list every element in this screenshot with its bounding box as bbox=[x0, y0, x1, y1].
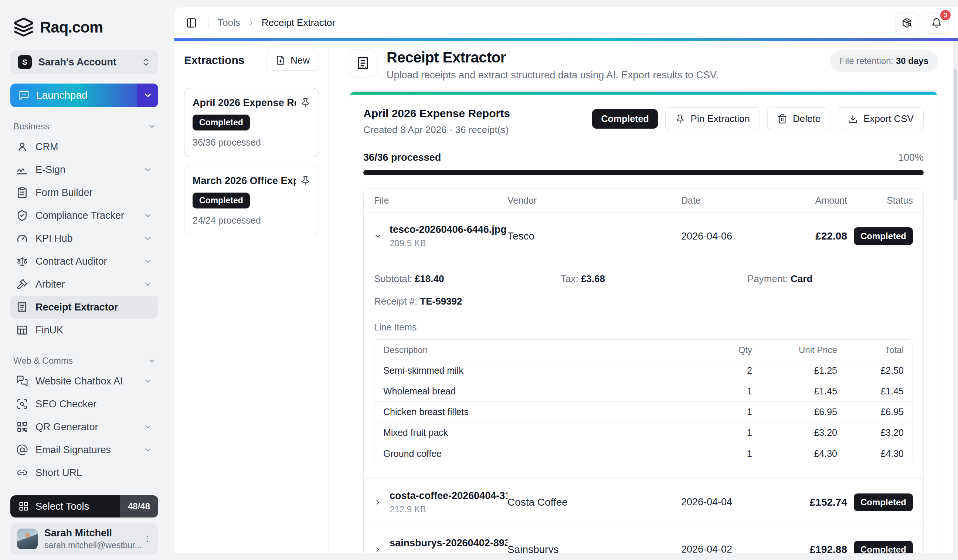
chevron-down-icon[interactable] bbox=[374, 233, 381, 240]
chevron-right-icon[interactable] bbox=[374, 546, 381, 553]
sidebar-item-email-signatures[interactable]: Email Signatures bbox=[10, 438, 158, 461]
section-business[interactable]: Business bbox=[13, 121, 156, 132]
sidebar-item-label: KPI Hub bbox=[35, 233, 73, 244]
sidebar-item-label: Contract Auditor bbox=[35, 256, 107, 267]
at-sign-icon bbox=[16, 444, 28, 456]
divider bbox=[174, 79, 328, 79]
col-status: Status bbox=[847, 195, 913, 206]
scrollbar-track[interactable] bbox=[953, 41, 958, 553]
chevrons-up-down-icon bbox=[141, 57, 151, 67]
scrollbar-thumb[interactable] bbox=[953, 69, 957, 200]
section-web-comms[interactable]: Web & Comms bbox=[13, 355, 156, 366]
sidebar-item-short-url[interactable]: Short URL bbox=[10, 461, 158, 484]
receipt-number: Receipt #: TE-59392 bbox=[374, 296, 462, 307]
sidebar-item-website-chatbox-ai[interactable]: Website Chatbox AI bbox=[10, 370, 158, 393]
chevron-down-icon bbox=[143, 90, 153, 100]
more-vertical-icon[interactable] bbox=[143, 534, 152, 544]
launchpad-expand-button[interactable] bbox=[137, 84, 158, 107]
vendor: Tesco bbox=[508, 230, 681, 242]
vendor: Sainsburys bbox=[508, 544, 681, 554]
sidebar-item-qr-generator[interactable]: QR Generator bbox=[10, 416, 158, 438]
account-label: Sarah's Account bbox=[38, 57, 116, 68]
sidebar-item-compliance-tracker[interactable]: Compliance Tracker bbox=[10, 204, 158, 227]
sidebar-item-seo-checker[interactable]: SEO Checker bbox=[10, 393, 158, 416]
line-items-header: Description Qty Unit Price Total bbox=[374, 340, 912, 360]
extraction-meta: Created 8 Apr 2026 · 36 receipt(s) bbox=[363, 124, 510, 136]
pin-icon bbox=[675, 114, 685, 124]
package-search-button[interactable] bbox=[895, 12, 919, 33]
retention-label: File retention: bbox=[840, 56, 893, 66]
table-row[interactable]: costa-coffee-20260404-3135.pdf 212.9 KB … bbox=[364, 479, 923, 526]
sidebar-item-label: SEO Checker bbox=[35, 398, 97, 410]
trash-icon bbox=[777, 114, 787, 124]
sidebar-item-form-builder[interactable]: Form Builder bbox=[10, 181, 158, 204]
date: 2026-04-04 bbox=[681, 497, 777, 508]
sidebar-item-kpi-hub[interactable]: KPI Hub bbox=[10, 227, 158, 250]
user-name: Sarah Mitchell bbox=[44, 527, 136, 539]
sidebar-item-crm[interactable]: CRM bbox=[10, 135, 158, 158]
file-size: 209.5 KB bbox=[390, 238, 507, 248]
page-title: Receipt Extractor bbox=[387, 49, 830, 66]
chevron-down-icon bbox=[148, 122, 156, 130]
avatar bbox=[17, 528, 38, 549]
status-badge: Completed bbox=[193, 193, 250, 208]
progress-bar bbox=[363, 170, 924, 175]
sidebar-item-label: FinUK bbox=[35, 325, 63, 336]
sidebar-item-contract-auditor[interactable]: Contract Auditor bbox=[10, 250, 158, 273]
sidebar-item-receipt-extractor[interactable]: Receipt Extractor bbox=[10, 296, 158, 319]
file-size: 213.0 KB bbox=[390, 552, 508, 554]
sidebar-toggle-button[interactable] bbox=[183, 15, 200, 31]
delete-button[interactable]: Delete bbox=[767, 107, 831, 130]
amount: £152.74 bbox=[777, 497, 847, 508]
export-csv-button[interactable]: Export CSV bbox=[838, 107, 924, 130]
pin-extraction-button[interactable]: Pin Extraction bbox=[665, 107, 760, 130]
new-button-label: New bbox=[290, 55, 310, 66]
pin-icon[interactable] bbox=[300, 97, 311, 107]
notifications-button[interactable]: 3 bbox=[925, 12, 948, 33]
messages-icon bbox=[16, 375, 28, 387]
vendor: Costa Coffee bbox=[508, 497, 681, 508]
launchpad-button[interactable]: Launchpad bbox=[10, 84, 158, 107]
sidebar-item-esign[interactable]: E-Sign bbox=[10, 158, 158, 181]
breadcrumb-tools[interactable]: Tools bbox=[218, 17, 240, 29]
table-row[interactable]: sainsburys-20260402-8934.png 213.0 KB Sa… bbox=[364, 526, 923, 553]
extraction-list-item-march[interactable]: March 2026 Office Expe... Completed 24/2… bbox=[184, 166, 319, 235]
pin-icon[interactable] bbox=[300, 175, 311, 185]
sidebar-item-label: CRM bbox=[35, 141, 59, 153]
expanded-receipt-detail: Subtotal: £18.40 Tax: £3.68 Payment: Car… bbox=[364, 260, 923, 479]
sidebar-item-arbiter[interactable]: Arbiter bbox=[10, 273, 158, 296]
chevron-down-icon bbox=[143, 257, 152, 266]
tax: Tax: £3.68 bbox=[561, 273, 747, 285]
sidebar-item-label: Website Chatbox AI bbox=[35, 376, 123, 387]
sidebar-item-label: QR Generator bbox=[35, 421, 98, 433]
chevron-down-icon bbox=[143, 446, 152, 454]
account-switcher[interactable]: S Sarah's Account bbox=[10, 50, 158, 74]
sidebar-item-label: E-Sign bbox=[35, 164, 65, 176]
line-item-row: Mixed fruit pack 1 £3.20 £3.20 bbox=[374, 422, 912, 443]
table-row[interactable]: tesco-20260406-6446.jpg 209.5 KB Tesco 2… bbox=[364, 213, 923, 260]
clipboard-icon bbox=[16, 187, 28, 198]
chevron-down-icon bbox=[143, 377, 152, 385]
amount: £192.88 bbox=[777, 544, 847, 554]
col-date: Date bbox=[681, 195, 777, 206]
pin-extraction-label: Pin Extraction bbox=[691, 113, 750, 125]
line-items-table: Description Qty Unit Price Total Semi-sk… bbox=[374, 339, 913, 464]
qr-code-icon bbox=[16, 421, 28, 433]
extraction-list-item-april[interactable]: April 2026 Expense Rep... Completed 36/3… bbox=[184, 88, 319, 157]
panel-left-icon bbox=[186, 17, 197, 29]
new-extraction-button[interactable]: New bbox=[266, 50, 319, 71]
extractions-panel: Extractions New April 2026 Expense Rep..… bbox=[174, 41, 329, 553]
brand-name: Raq.com bbox=[40, 19, 103, 36]
receipt-icon bbox=[16, 301, 28, 313]
line-item-row: Wholemeal bread 1 £1.45 £1.45 bbox=[374, 381, 912, 402]
chevron-right-icon[interactable] bbox=[374, 499, 381, 506]
account-avatar: S bbox=[18, 55, 32, 69]
grid-icon bbox=[19, 501, 29, 512]
user-card[interactable]: Sarah Mitchell sarah.mitchell@westbur... bbox=[10, 524, 158, 554]
select-tools-button[interactable]: Select Tools 48/48 bbox=[10, 495, 158, 517]
sidebar-item-finuk[interactable]: FinUK bbox=[10, 319, 158, 341]
col-amount: Amount bbox=[777, 195, 847, 206]
signature-icon bbox=[16, 164, 28, 176]
retention-value: 30 days bbox=[896, 56, 928, 66]
chevron-right-icon bbox=[247, 19, 255, 27]
